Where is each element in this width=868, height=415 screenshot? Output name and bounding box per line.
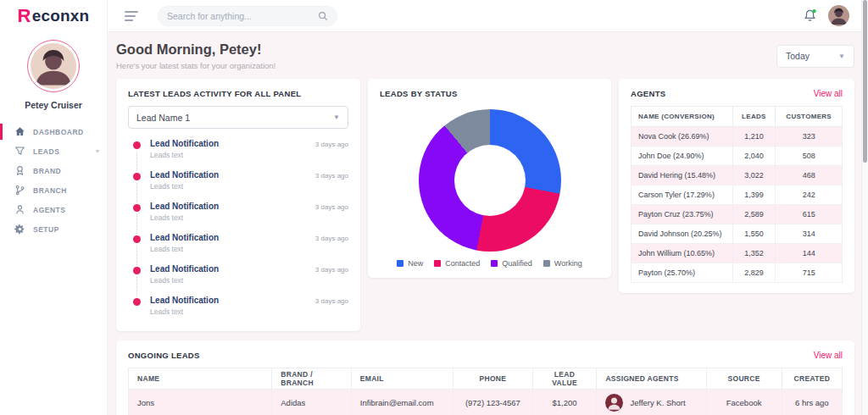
list-item[interactable]: Lead Notification Leads text 3 days ago (128, 227, 348, 258)
sidebar-menu: DASHBOARD LEADS ▾ BRAND BRANCH AGENTS SE… (0, 122, 107, 239)
leads-status-donut (419, 109, 561, 252)
agents-card-title: AGENTS (631, 89, 665, 98)
column-header: NAME (129, 368, 272, 390)
table-row[interactable]: Carson Tyler (17.29%)1,399242 (632, 185, 843, 205)
ongoing-view-all-link[interactable]: View all (814, 351, 843, 360)
branch-icon (14, 185, 25, 196)
legend-item: Qualified (491, 259, 532, 268)
notification-subtitle: Leads text (150, 307, 348, 316)
search-bar (158, 6, 337, 26)
chevron-down-icon: ▾ (96, 147, 99, 155)
list-item[interactable]: Lead Notification Leads text 3 days ago (128, 133, 348, 164)
profile-avatar-ring (27, 40, 80, 92)
table-row[interactable]: David Johnson (20.25%)1,550314 (632, 224, 843, 244)
scrollbar-thumb[interactable] (863, 0, 867, 163)
ongoing-leads-card: ONGOING LEADS View all NAME BRAND / BRAN… (116, 340, 854, 415)
avatar (605, 394, 623, 412)
latest-leads-activity-card: LATEST LEADS ACTIVITY FOR ALL PANEL Lead… (116, 79, 360, 331)
sidebar-item-label: AGENTS (33, 206, 65, 214)
activity-card-title: LATEST LEADS ACTIVITY FOR ALL PANEL (128, 89, 348, 98)
user-avatar[interactable] (828, 5, 849, 26)
lead-name-select[interactable]: Lead Name 1 ▼ (128, 106, 348, 129)
sidebar-item-branch[interactable]: BRANCH (0, 180, 107, 200)
legend-item: New (397, 259, 423, 268)
date-range-dropdown[interactable]: Today ▼ (776, 45, 854, 68)
chevron-down-icon: ▼ (838, 53, 845, 60)
profile-name: Petey Cruiser (25, 100, 82, 110)
activity-timeline: Lead Notification Leads text 3 days ago … (128, 133, 348, 321)
scrollbar[interactable] (861, 0, 868, 415)
sidebar-item-setup[interactable]: SETUP (0, 219, 107, 239)
sidebar-item-label: BRANCH (33, 186, 67, 195)
notification-time: 3 days ago (315, 141, 348, 148)
table-row[interactable]: John Doe (24.90%)2,040508 (632, 147, 843, 166)
sidebar-item-label: BRAND (33, 167, 61, 175)
notification-subtitle: Leads text (150, 276, 348, 285)
sidebar-item-label: SETUP (33, 225, 59, 234)
cards-row: LATEST LEADS ACTIVITY FOR ALL PANEL Lead… (116, 79, 854, 331)
table-row[interactable]: Jons Adidas Infibrain@email.com (972) 12… (129, 390, 843, 415)
notification-time: 3 days ago (315, 203, 348, 211)
app-logo[interactable]: Reconxn (0, 0, 107, 32)
profile-avatar[interactable] (31, 43, 76, 89)
notification-subtitle: Leads text (150, 151, 348, 159)
column-header: CUSTOMERS (776, 107, 843, 127)
search-input[interactable] (167, 11, 318, 21)
sidebar-item-agents[interactable]: AGENTS (0, 200, 107, 219)
notification-subtitle: Leads text (150, 182, 348, 191)
notifications-bell-icon[interactable] (803, 8, 817, 23)
chevron-down-icon: ▼ (333, 113, 340, 121)
legend-label: Contacted (445, 259, 480, 268)
lead-name-link[interactable]: Jons (129, 390, 272, 415)
leads-by-status-card: LEADS BY STATUS New Contacted Qualified (368, 79, 611, 278)
legend-item: Contacted (434, 259, 480, 268)
legend-item: Working (543, 259, 582, 268)
person-icon (14, 204, 25, 215)
agents-table: NAME (CONVERSION) LEADS CUSTOMERS Nova C… (631, 106, 843, 283)
list-item[interactable]: Lead Notification Leads text 3 days ago (128, 164, 348, 196)
legend-swatch (434, 260, 441, 267)
logo-text: econxn (32, 7, 90, 25)
chart-legend: New Contacted Qualified Working (380, 259, 599, 268)
list-item[interactable]: Lead Notification Leads text 3 days ago (128, 196, 348, 227)
search-icon[interactable] (318, 11, 328, 21)
agents-view-all-link[interactable]: View all (814, 89, 843, 98)
hamburger-menu-icon[interactable] (125, 11, 138, 21)
sidebar-item-leads[interactable]: LEADS ▾ (0, 141, 107, 161)
topbar-actions (803, 5, 849, 26)
sidebar: Reconxn Petey Cruiser DASHBOARD LEADS ▾ … (0, 0, 108, 415)
legend-label: New (408, 259, 423, 268)
column-header: PHONE (453, 368, 533, 390)
ongoing-leads-table: NAME BRAND / BRANCH EMAIL PHONE LEAD VAL… (128, 368, 843, 415)
table-row[interactable]: Payton (25.70%)2,829715 (632, 263, 843, 283)
page-title: Good Morning, Petey! (116, 42, 275, 58)
online-badge (812, 9, 815, 13)
logo-accent-letter: R (18, 5, 31, 27)
legend-label: Qualified (502, 259, 532, 268)
legend-swatch (397, 260, 403, 267)
topbar (108, 0, 861, 32)
column-header: LEADS (732, 107, 776, 127)
profile-block: Petey Cruiser (0, 32, 107, 110)
column-header: EMAIL (351, 368, 453, 390)
legend-swatch (491, 260, 498, 267)
list-item[interactable]: Lead Notification Leads text 3 days ago (128, 290, 348, 321)
list-item[interactable]: Lead Notification Leads text 3 days ago (128, 258, 348, 290)
table-row[interactable]: Nova Cook (26.69%)1,210323 (632, 127, 843, 147)
table-row[interactable]: John Willium (10.65%)1,352144 (632, 244, 843, 263)
sidebar-item-dashboard[interactable]: DASHBOARD (0, 122, 107, 141)
agent-name: Jeffery K. Short (630, 398, 685, 407)
table-row[interactable]: Payton Cruz (23.75%)2,589615 (632, 205, 843, 224)
sidebar-item-brand[interactable]: BRAND (0, 161, 107, 180)
column-header: NAME (CONVERSION) (632, 107, 733, 127)
sidebar-item-label: LEADS (33, 147, 59, 156)
sidebar-item-label: DASHBOARD (33, 128, 84, 136)
column-header: CREATED (782, 368, 842, 390)
table-row[interactable]: David Hering (15.48%)3,022468 (632, 166, 843, 185)
page-subtitle: Here's your latest stats for your organi… (116, 61, 275, 70)
main-content: Good Morning, Petey! Here's your latest … (108, 32, 861, 415)
notification-time: 3 days ago (315, 172, 348, 180)
column-header: SOURCE (706, 368, 782, 390)
notification-time: 3 days ago (315, 266, 348, 274)
legend-label: Working (554, 259, 582, 268)
